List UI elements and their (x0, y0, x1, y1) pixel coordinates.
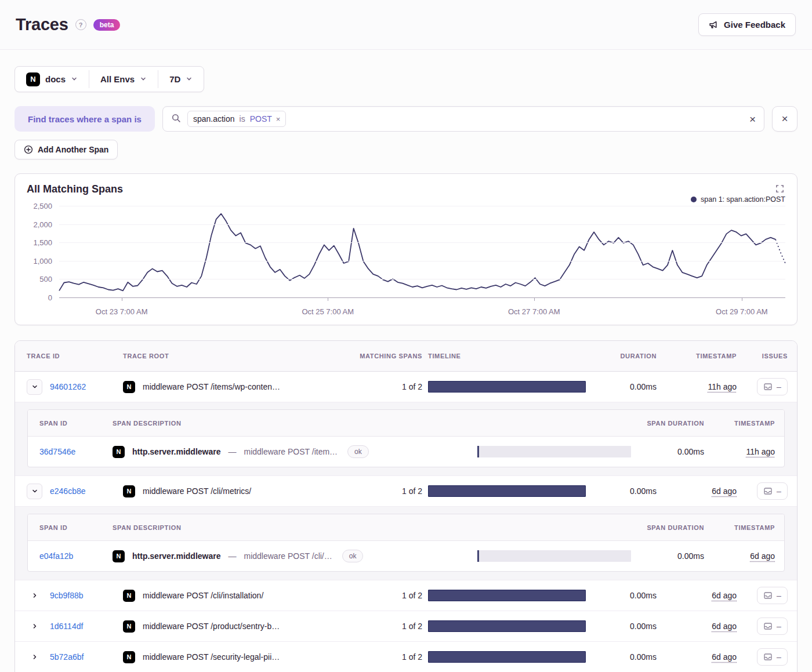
span-duration-value: 0.00ms (637, 447, 704, 456)
inbox-icon (763, 622, 773, 631)
inbox-icon (763, 652, 773, 662)
span-timeline-marker (477, 550, 479, 562)
matching-spans-count: 1 of 2 (347, 591, 422, 600)
span-description-text: middleware POST /cli/… (244, 551, 332, 561)
beta-badge: beta (93, 19, 121, 31)
help-icon[interactable]: ? (75, 19, 86, 30)
remove-span-filter-button[interactable]: × (772, 106, 798, 132)
trace-row: 9cb9f88bNmiddleware POST /cli/installati… (15, 580, 797, 611)
nextjs-logo: N (123, 590, 135, 602)
search-token[interactable]: span.action is POST × (187, 111, 286, 127)
span-id-link[interactable]: e04fa12b (39, 551, 107, 561)
chevron-down-icon (71, 74, 78, 84)
expand-toggle-button[interactable] (27, 619, 42, 634)
chart-gridline (59, 224, 785, 225)
timeline-bar[interactable] (428, 485, 586, 497)
expand-toggle-button[interactable] (27, 649, 42, 665)
trace-id-link[interactable]: 1d6114df (50, 622, 117, 631)
traces-table: TRACE IDTRACE ROOTMATCHING SPANSTIMELINE… (14, 340, 798, 672)
trace-root-cell: Nmiddleware POST /security-legal-pii… (123, 651, 341, 663)
issues-button[interactable]: – (757, 587, 788, 604)
span-timeline-bar[interactable] (477, 446, 631, 457)
span-description-cell: Nhttp.server.middleware—middleware POST … (113, 550, 471, 562)
timeline-cell (428, 381, 586, 393)
expanded-spans-section: SPAN IDSPAN DESCRIPTIONSPAN DURATIONTIME… (15, 507, 797, 580)
timestamp-value: 11h ago (708, 382, 737, 391)
issues-button[interactable]: – (757, 378, 788, 395)
trace-id-link[interactable]: 9cb9f88b (50, 591, 117, 600)
timeline-bar[interactable] (428, 381, 586, 393)
timeline-bar[interactable] (428, 590, 586, 601)
trace-row: e246cb8eNmiddleware POST /cli/metrics/1 … (15, 476, 797, 507)
spans-header-row: SPAN IDSPAN DESCRIPTIONSPAN DURATIONTIME… (28, 514, 784, 541)
issues-button[interactable]: – (757, 482, 788, 500)
nextjs-logo: N (123, 651, 135, 663)
span-id-link[interactable]: 36d7546e (39, 447, 107, 456)
add-another-span-button[interactable]: Add Another Span (14, 140, 118, 159)
x-tick-mark (122, 298, 122, 301)
project-selector[interactable]: N docs (15, 67, 89, 92)
timestamp-cell: 6d ago (662, 622, 737, 631)
clear-search-icon[interactable]: × (749, 114, 756, 125)
trace-id-link[interactable]: 94601262 (50, 382, 117, 391)
issues-button[interactable]: – (757, 648, 788, 666)
chart-plot[interactable] (59, 206, 785, 298)
y-tick-label: 500 (39, 275, 52, 284)
nextjs-logo: N (113, 446, 125, 458)
x-tick-mark (742, 298, 742, 301)
span-search-input[interactable]: span.action is POST × × (162, 106, 764, 132)
col-header-matching-spans: MATCHING SPANS (347, 353, 422, 359)
timeline-cell (428, 590, 586, 601)
y-tick-label: 1,000 (33, 257, 52, 266)
timeline-cell (428, 651, 586, 663)
timeline-bar[interactable] (428, 651, 586, 663)
trace-id-link[interactable]: e246cb8e (50, 486, 117, 496)
span-row: e04fa12bNhttp.server.middleware—middlewa… (28, 541, 784, 571)
span-description-cell: Nhttp.server.middleware—middleware POST … (113, 445, 471, 458)
col-header-duration: DURATION (592, 353, 657, 359)
timestamp-value: 6d ago (712, 591, 737, 600)
top-bar: Traces ? beta Give Feedback (0, 0, 812, 50)
col-header-timeline: TIMELINE (428, 353, 586, 359)
trace-root-text: middleware POST /product/sentry-b… (143, 622, 280, 631)
x-tick-mark (328, 298, 328, 301)
nextjs-logo: N (123, 620, 135, 633)
expand-toggle-button[interactable] (27, 588, 42, 604)
page-title: Traces (16, 15, 68, 34)
span-timeline-bar[interactable] (477, 550, 631, 562)
x-tick-label: Oct 29 7:00 AM (716, 307, 768, 316)
table-header-row: TRACE IDTRACE ROOTMATCHING SPANSTIMELINE… (15, 341, 797, 372)
span-timeline-marker (477, 446, 479, 457)
col-header-span-timestamp: TIMESTAMP (710, 524, 775, 531)
inbox-icon (763, 591, 773, 600)
environment-selector[interactable]: All Envs (89, 67, 158, 92)
expand-toggle-button[interactable] (27, 484, 42, 499)
issues-empty-dash: – (777, 382, 781, 391)
fullscreen-icon[interactable] (774, 183, 785, 196)
span-operation: http.server.middleware (132, 447, 221, 456)
nextjs-logo: N (26, 72, 40, 86)
col-header-span-id: SPAN ID (39, 420, 107, 427)
issues-button[interactable]: – (757, 617, 788, 635)
issues-empty-dash: – (777, 591, 781, 600)
nextjs-logo: N (123, 485, 135, 497)
issues-empty-dash: – (777, 486, 781, 496)
expand-toggle-button[interactable] (27, 379, 42, 395)
timestamp-value: 6d ago (712, 486, 737, 496)
duration-value: 0.00ms (592, 591, 657, 600)
timeline-bar[interactable] (428, 620, 586, 632)
chart-x-axis: Oct 23 7:00 AMOct 25 7:00 AMOct 27 7:00 … (59, 303, 785, 320)
remove-token-icon[interactable]: × (276, 115, 281, 123)
duration-value: 0.00ms (592, 486, 657, 496)
trace-id-link[interactable]: 5b72a6bf (50, 652, 117, 662)
date-range-selector[interactable]: 7D (158, 67, 204, 92)
issues-empty-dash: – (777, 622, 781, 631)
timestamp-cell: 6d ago (662, 486, 737, 496)
span-duration-value: 0.00ms (637, 551, 704, 561)
chart-gridline (59, 279, 785, 279)
give-feedback-button[interactable]: Give Feedback (698, 13, 796, 36)
col-header-timestamp: TIMESTAMP (662, 353, 737, 359)
span-timestamp-cell: 11h ago (710, 447, 775, 456)
trace-root-cell: Nmiddleware POST /items/wp-conten… (123, 381, 341, 393)
spans-subtable: SPAN IDSPAN DESCRIPTIONSPAN DURATIONTIME… (27, 409, 785, 467)
